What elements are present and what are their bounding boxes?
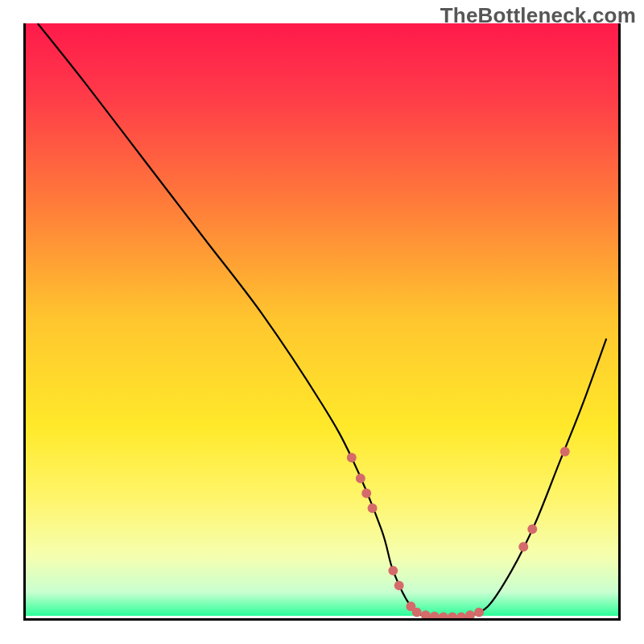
data-point — [474, 608, 484, 617]
data-point — [361, 489, 371, 498]
data-point — [448, 613, 457, 618]
data-points — [347, 447, 570, 618]
plot-area — [23, 23, 621, 621]
data-point — [456, 613, 466, 618]
data-point — [518, 542, 528, 551]
data-point — [421, 610, 431, 618]
data-point — [430, 612, 440, 618]
data-point — [368, 503, 378, 513]
bottleneck-curve — [38, 23, 607, 618]
data-point — [412, 608, 422, 617]
chart-container: TheBottleneck.com — [0, 0, 644, 644]
data-point — [439, 613, 448, 618]
data-point — [465, 610, 475, 618]
data-point — [394, 580, 404, 590]
data-point — [347, 452, 357, 462]
data-point — [560, 447, 570, 456]
curve-layer — [26, 23, 618, 618]
data-point — [388, 566, 398, 576]
data-point — [527, 524, 537, 534]
data-point — [356, 473, 365, 483]
watermark-text: TheBottleneck.com — [440, 3, 636, 28]
